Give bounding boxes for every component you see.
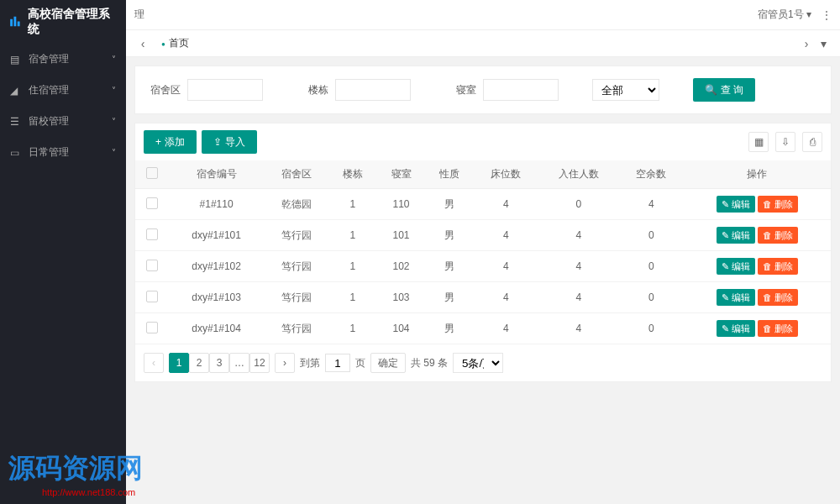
filter-all-select[interactable]: 全部 <box>592 79 659 101</box>
user-dropdown[interactable]: 宿管员1号 ▾ <box>758 8 811 22</box>
delete-button[interactable]: 🗑 删除 <box>758 289 798 306</box>
export-icon[interactable]: ⇩ <box>775 132 795 152</box>
chevron-down-icon: ˅ <box>112 55 116 64</box>
edit-button[interactable]: ✎ 编辑 <box>717 227 755 244</box>
import-icon: ⇪ <box>213 136 222 148</box>
cell-beds: 4 <box>474 282 538 313</box>
page-1[interactable]: 1 <box>169 353 189 373</box>
tab-next-icon[interactable]: › <box>798 37 815 50</box>
logo-icon <box>8 14 23 29</box>
cell-occupied: 4 <box>538 282 619 313</box>
edit-button[interactable]: ✎ 编辑 <box>717 196 755 213</box>
row-checkbox[interactable] <box>146 322 158 333</box>
table-row: dxy#1#102 笃行园 1 102 男 4 4 0 ✎ 编辑 🗑 删除 <box>135 251 831 282</box>
page-2[interactable]: 2 <box>189 353 209 373</box>
sidebar-item-label: 住宿管理 <box>29 83 69 97</box>
sidebar-item-0[interactable]: ▤宿舍管理˅ <box>0 44 126 75</box>
row-checkbox[interactable] <box>146 291 158 302</box>
book-icon: ☰ <box>10 116 22 128</box>
cell-room: 102 <box>377 251 426 282</box>
cell-building: 1 <box>328 313 377 344</box>
cell-gender: 男 <box>425 220 474 251</box>
row-checkbox[interactable] <box>146 197 158 209</box>
filter-panel: 宿舍区 楼栋 寝室 全部 🔍 查 询 <box>134 66 832 114</box>
total-count: 共 59 条 <box>411 356 448 370</box>
per-page-select[interactable]: 5条/页 <box>453 353 503 373</box>
cell-free: 0 <box>619 251 684 282</box>
app-logo: 高校宿舍管理系统 <box>0 0 126 44</box>
cell-occupied: 4 <box>538 251 619 282</box>
delete-button[interactable]: 🗑 删除 <box>758 258 798 275</box>
sidebar-item-label: 日常管理 <box>29 145 69 160</box>
delete-button[interactable]: 🗑 删除 <box>758 320 798 337</box>
tab-menu-icon[interactable]: ▾ <box>815 37 832 50</box>
cell-building: 1 <box>328 220 377 251</box>
page-next[interactable]: › <box>275 353 295 373</box>
tabs-bar: ‹ 首页 › ▾ <box>126 30 840 57</box>
edit-button[interactable]: ✎ 编辑 <box>717 258 755 275</box>
page-…: … <box>229 353 249 373</box>
delete-button[interactable]: 🗑 删除 <box>758 196 798 213</box>
tab-home[interactable]: 首页 <box>151 33 199 54</box>
laptop-icon: ▭ <box>10 147 22 159</box>
filter-room-label: 寝室 <box>444 83 476 97</box>
cell-building: 1 <box>328 251 377 282</box>
filter-area-input[interactable] <box>187 79 263 101</box>
cell-area: 笃行园 <box>264 220 328 251</box>
sidebar-item-label: 宿舍管理 <box>29 52 69 66</box>
page-3[interactable]: 3 <box>209 353 229 373</box>
cell-beds: 4 <box>474 313 538 344</box>
delete-button[interactable]: 🗑 删除 <box>758 227 798 244</box>
filter-building-input[interactable] <box>335 79 411 101</box>
cell-id: dxy#1#101 <box>169 220 264 251</box>
cell-area: 笃行园 <box>264 282 328 313</box>
chevron-down-icon: ˅ <box>112 117 116 126</box>
table-row: #1#110 乾德园 1 110 男 4 0 4 ✎ 编辑 🗑 删除 <box>135 189 831 220</box>
header: 理 宿管员1号 ▾ ⋮ <box>126 0 840 30</box>
cell-area: 笃行园 <box>264 251 328 282</box>
signal-icon: ◢ <box>10 85 22 97</box>
row-checkbox[interactable] <box>146 228 158 240</box>
add-button[interactable]: +添加 <box>144 130 197 154</box>
page-prev[interactable]: ‹ <box>144 353 164 373</box>
goto-input[interactable] <box>325 354 350 372</box>
sidebar-item-2[interactable]: ☰留校管理˅ <box>0 106 126 137</box>
cell-id: dxy#1#102 <box>169 251 264 282</box>
edit-button[interactable]: ✎ 编辑 <box>717 289 755 306</box>
cell-free: 0 <box>619 220 684 251</box>
tab-prev-icon[interactable]: ‹ <box>134 37 151 50</box>
sidebar-item-1[interactable]: ◢住宿管理˅ <box>0 75 126 106</box>
sidebar-item-label: 留校管理 <box>29 114 69 129</box>
page-12[interactable]: 12 <box>249 353 270 373</box>
column-header: 空余数 <box>619 160 684 189</box>
column-header: 楼栋 <box>328 160 377 189</box>
search-icon: 🔍 <box>705 84 717 96</box>
cell-building: 1 <box>328 189 377 220</box>
cell-id: #1#110 <box>169 189 264 220</box>
edit-button[interactable]: ✎ 编辑 <box>717 320 755 337</box>
filter-room-input[interactable] <box>483 79 559 101</box>
sidebar-item-3[interactable]: ▭日常管理˅ <box>0 137 126 168</box>
more-icon[interactable]: ⋮ <box>822 9 832 21</box>
goto-confirm[interactable]: 确定 <box>370 353 406 373</box>
cell-room: 103 <box>377 282 426 313</box>
cell-id: dxy#1#103 <box>169 282 264 313</box>
cell-gender: 男 <box>425 313 474 344</box>
cell-beds: 4 <box>474 251 538 282</box>
column-header: 性质 <box>425 160 474 189</box>
cell-beds: 4 <box>474 220 538 251</box>
cell-area: 乾德园 <box>264 189 328 220</box>
table-row: dxy#1#101 笃行园 1 101 男 4 4 0 ✎ 编辑 🗑 删除 <box>135 220 831 251</box>
column-header: 操作 <box>684 160 831 189</box>
cell-gender: 男 <box>425 251 474 282</box>
search-button[interactable]: 🔍 查 询 <box>693 78 755 102</box>
import-button[interactable]: ⇪导入 <box>202 130 257 154</box>
menu-toggle[interactable]: 理 <box>134 8 758 22</box>
app-title: 高校宿舍管理系统 <box>28 7 118 37</box>
print-icon[interactable]: ⎙ <box>802 132 822 152</box>
cell-room: 110 <box>377 189 426 220</box>
columns-icon[interactable]: ▦ <box>748 132 769 152</box>
cell-free: 0 <box>619 282 684 313</box>
select-all-checkbox[interactable] <box>146 167 158 179</box>
row-checkbox[interactable] <box>146 260 158 271</box>
